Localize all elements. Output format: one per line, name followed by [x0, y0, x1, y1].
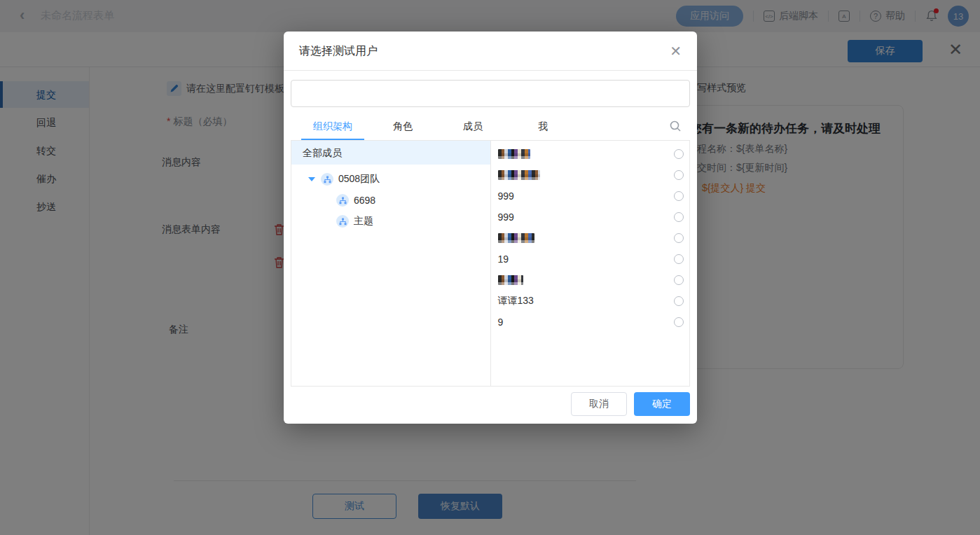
member-name: 谭谭133 — [498, 295, 675, 307]
org-icon — [321, 173, 333, 186]
member-name: 999 — [498, 190, 675, 202]
confirm-button[interactable]: 确定 — [634, 392, 690, 416]
member-radio[interactable] — [674, 275, 684, 285]
member-name — [498, 233, 675, 243]
dialog-header: 请选择测试用户 ✕ — [284, 32, 697, 71]
org-icon — [336, 194, 349, 207]
member-radio[interactable] — [674, 212, 684, 222]
member-radio[interactable] — [674, 317, 684, 327]
tree-children: 6698主题 — [291, 190, 490, 232]
dialog-tabs: 组织架构角色成员我 — [291, 114, 690, 140]
select-test-user-dialog: 请选择测试用户 ✕ 组织架构角色成员我 全部成员 0508团队 6698主题 — [284, 32, 697, 424]
tree-node-label: 0508团队 — [338, 173, 380, 186]
tree-node-label: 主题 — [354, 215, 373, 228]
app-window: ‹ 未命名流程表单 应用访问 </> 后端脚本 A ? 帮助 — [0, 0, 980, 535]
dialog-body: 全部成员 0508团队 6698主题 99999919谭谭1339 — [291, 140, 690, 387]
member-row[interactable] — [491, 228, 690, 249]
tree-node[interactable]: 主题 — [291, 211, 490, 232]
censored-name — [498, 149, 530, 159]
member-radio[interactable] — [674, 191, 684, 201]
member-row[interactable] — [491, 165, 690, 186]
member-row[interactable] — [491, 144, 690, 165]
member-radio[interactable] — [674, 233, 684, 243]
tab[interactable]: 角色 — [368, 114, 438, 140]
member-row[interactable]: 19 — [491, 249, 690, 270]
member-name — [498, 275, 675, 285]
member-radio[interactable] — [674, 149, 684, 159]
selected-users-input[interactable] — [291, 80, 690, 107]
caret-down-icon[interactable] — [308, 177, 315, 181]
member-row[interactable]: 999 — [491, 186, 690, 207]
org-tree-pane: 全部成员 0508团队 6698主题 — [291, 141, 491, 386]
member-list: 99999919谭谭1339 — [491, 141, 690, 386]
tab[interactable]: 成员 — [438, 114, 508, 140]
member-name — [498, 149, 675, 159]
close-icon[interactable]: ✕ — [670, 43, 682, 60]
member-row[interactable]: 谭谭133 — [491, 291, 690, 312]
tree-node[interactable]: 6698 — [291, 190, 490, 211]
member-row[interactable] — [491, 270, 690, 291]
censored-name — [498, 170, 540, 180]
censored-name — [498, 233, 534, 243]
org-icon — [336, 215, 349, 228]
dialog-title: 请选择测试用户 — [299, 44, 378, 59]
member-name: 9 — [498, 317, 675, 328]
censored-name — [498, 275, 523, 285]
tree-node-team[interactable]: 0508团队 — [291, 169, 490, 190]
member-radio[interactable] — [674, 296, 684, 306]
member-radio[interactable] — [674, 170, 684, 180]
member-name — [498, 170, 675, 180]
search-icon[interactable] — [669, 120, 682, 134]
tab[interactable]: 我 — [508, 114, 578, 140]
member-name: 19 — [498, 253, 675, 265]
tab[interactable]: 组织架构 — [298, 114, 368, 140]
cancel-button[interactable]: 取消 — [571, 392, 627, 416]
member-name: 999 — [498, 211, 675, 223]
member-radio[interactable] — [674, 254, 684, 264]
tree-node-all-members[interactable]: 全部成员 — [291, 141, 490, 165]
tree-node-label: 6698 — [354, 195, 375, 206]
member-row[interactable]: 999 — [491, 207, 690, 228]
member-row[interactable]: 9 — [491, 312, 690, 333]
dialog-footer: 取消 确定 — [571, 392, 690, 416]
